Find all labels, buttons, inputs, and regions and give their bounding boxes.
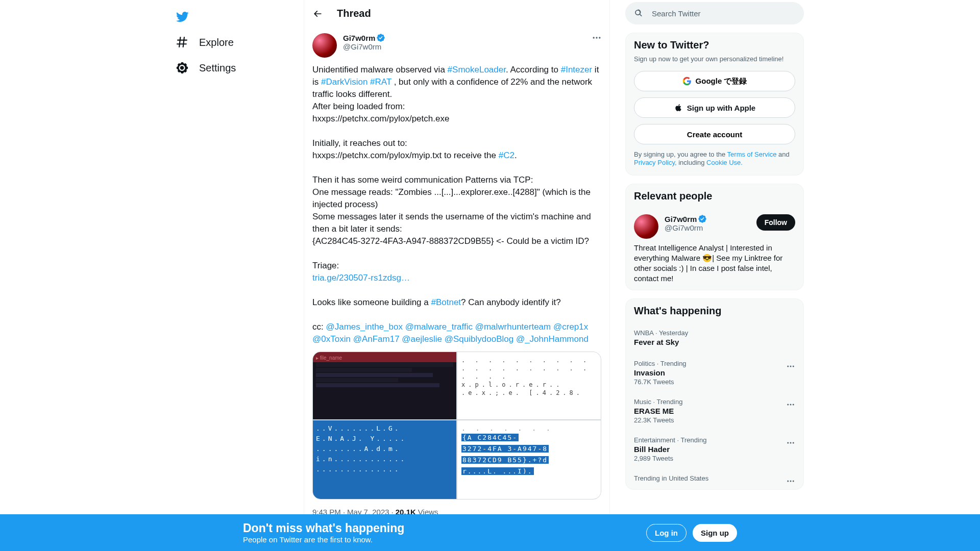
svg-point-5: [793, 366, 794, 367]
nav-explore[interactable]: Explore: [169, 30, 240, 55]
hashtag-smokeloader[interactable]: #SmokeLoader: [448, 65, 506, 74]
signup-button[interactable]: Sign up: [693, 524, 737, 542]
tweet-body: Unidentified malware observed via #Smoke…: [312, 64, 601, 345]
mention-6[interactable]: @AnFam17: [353, 334, 400, 344]
media-4[interactable]: . . . . . . . {A C284C45- 3272-4FA 3-A94…: [457, 420, 601, 499]
search-box[interactable]: [625, 2, 804, 24]
more-icon: [786, 362, 795, 371]
mention-9[interactable]: @_JohnHammond: [516, 334, 589, 344]
svg-point-11: [793, 442, 794, 444]
trend-more-button[interactable]: [782, 396, 799, 413]
back-button[interactable]: [308, 5, 327, 23]
trend-title: Fever at Sky: [634, 338, 795, 346]
trend-item[interactable]: Entertainment · Trending Bill Hader 2,98…: [626, 430, 803, 468]
hashtag-rat[interactable]: #RAT: [368, 77, 391, 87]
search-input[interactable]: [652, 9, 796, 18]
trend-item[interactable]: WNBA · Yesterday Fever at Sky: [626, 323, 803, 354]
author-name[interactable]: Gi7w0rm: [343, 34, 375, 42]
bottom-bar-subtitle: People on Twitter are the first to know.: [243, 535, 404, 544]
media-1[interactable]: ▸ file_name: [313, 352, 456, 419]
nav-explore-label: Explore: [199, 37, 234, 48]
svg-point-12: [787, 481, 789, 482]
verified-badge-icon: [698, 214, 707, 223]
hashtag-darkvision[interactable]: #DarkVision: [321, 77, 368, 87]
svg-point-8: [793, 404, 794, 406]
author-avatar[interactable]: [312, 33, 337, 58]
svg-point-1: [596, 37, 597, 38]
trend-meta: Music · Trending: [634, 398, 795, 406]
whats-happening-card: What's happening WNBA · Yesterday Fever …: [625, 298, 804, 490]
bottom-signup-bar: Don't miss what's happening People on Tw…: [0, 514, 980, 551]
arrow-left-icon: [312, 9, 323, 19]
relevant-bio: Threat Intelligence Analyst | Interested…: [634, 243, 795, 284]
trend-more-button[interactable]: [782, 472, 799, 490]
mention-3[interactable]: @malwrhunterteam: [475, 322, 551, 332]
hashtag-intezer[interactable]: #Intezer: [561, 65, 592, 74]
triage-link[interactable]: tria.ge/230507-rs1zdsg…: [312, 273, 410, 283]
trend-item[interactable]: Music · Trending ERASE ME 22.3K Tweets: [626, 392, 803, 430]
google-icon: [682, 77, 692, 86]
relevant-people-card: Relevant people Gi7w0rm @Gi7w0rm Follow: [625, 184, 804, 290]
relevant-avatar[interactable]: [634, 214, 658, 239]
trend-meta: WNBA · Yesterday: [634, 329, 795, 337]
signup-desc: Sign up now to get your own personalized…: [634, 55, 795, 63]
follow-button[interactable]: Follow: [756, 214, 795, 231]
happening-title: What's happening: [626, 299, 803, 323]
trend-meta: Trending in United States: [634, 474, 795, 482]
mention-2[interactable]: @malware_traffic: [405, 322, 473, 332]
nav-settings[interactable]: Settings: [169, 55, 242, 81]
svg-point-3: [787, 366, 789, 367]
nav-settings-label: Settings: [199, 62, 236, 74]
verified-badge-icon: [376, 33, 385, 42]
svg-point-13: [790, 481, 792, 482]
mention-5[interactable]: @0xToxin: [312, 334, 351, 344]
apple-icon: [674, 103, 683, 112]
trend-item[interactable]: Politics · Trending Invasion 76.7K Tweet…: [626, 354, 803, 392]
trend-title: Invasion: [634, 368, 795, 377]
more-icon: [786, 400, 795, 409]
more-icon: [786, 438, 795, 447]
tweet-more-button[interactable]: [588, 29, 605, 46]
login-button[interactable]: Log in: [646, 524, 687, 542]
relevant-person[interactable]: Gi7w0rm @Gi7w0rm Follow Threat Intellige…: [626, 208, 803, 290]
trend-count: 76.7K Tweets: [634, 378, 795, 386]
tweet: Gi7w0rm @Gi7w0rm Unidentified malware ob…: [304, 27, 609, 549]
author-handle[interactable]: @Gi7w0rm: [343, 42, 385, 51]
mention-8[interactable]: @SquiblydooBlog: [445, 334, 513, 344]
signup-title: New to Twitter?: [634, 39, 795, 51]
left-sidebar: Explore Settings: [163, 0, 304, 551]
hashtag-c2[interactable]: #C2: [499, 151, 514, 160]
relevant-title: Relevant people: [626, 184, 803, 208]
media-3[interactable]: ..V.......L.G. E.N.A.J. Y..... ........A…: [313, 420, 456, 499]
svg-point-14: [793, 481, 794, 482]
trend-more-button[interactable]: [782, 434, 799, 452]
twitter-logo[interactable]: [169, 4, 195, 30]
signup-apple-button[interactable]: Sign up with Apple: [634, 97, 795, 118]
page-title: Thread: [337, 8, 371, 19]
trend-title: Bill Hader: [634, 445, 795, 454]
search-icon: [633, 8, 644, 18]
main-column: Thread Gi7w0rm @Gi7w0rm: [304, 0, 610, 551]
relevant-name: Gi7w0rm: [665, 215, 697, 223]
hashtag-botnet[interactable]: #Botnet: [431, 297, 461, 307]
svg-point-4: [790, 366, 792, 367]
bottom-bar-title: Don't miss what's happening: [243, 521, 404, 535]
trend-count: 22.3K Tweets: [634, 416, 795, 424]
svg-point-2: [599, 37, 600, 38]
mention-1[interactable]: @James_inthe_box: [326, 322, 403, 332]
trend-meta: Entertainment · Trending: [634, 436, 795, 444]
signup-google-button[interactable]: Google で登録: [634, 71, 795, 91]
media-2[interactable]: . . . . . . . . . . . . . . . . . . . . …: [457, 352, 601, 419]
cookie-link[interactable]: Cookie Use.: [706, 159, 743, 166]
media-grid[interactable]: ▸ file_name . . . . . . . . . . . . . . …: [312, 352, 601, 499]
mention-7[interactable]: @aejleslie: [402, 334, 442, 344]
gear-icon: [176, 61, 189, 74]
trend-more-button[interactable]: [782, 358, 799, 375]
thread-header: Thread: [304, 0, 609, 27]
mention-4[interactable]: @crep1x: [553, 322, 588, 332]
privacy-link[interactable]: Privacy Policy,: [634, 159, 677, 166]
trend-title: ERASE ME: [634, 407, 795, 415]
trend-item[interactable]: Trending in United States: [626, 468, 803, 489]
tos-link[interactable]: Terms of Service: [727, 151, 777, 158]
create-account-button[interactable]: Create account: [634, 124, 795, 144]
